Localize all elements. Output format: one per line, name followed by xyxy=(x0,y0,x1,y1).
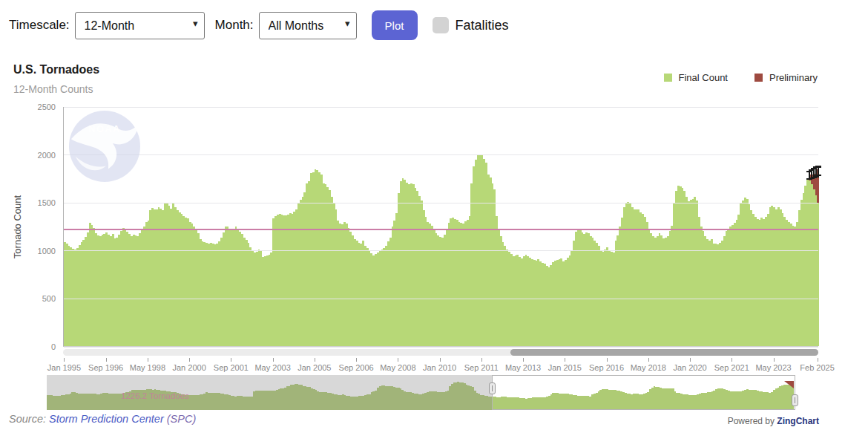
gridline xyxy=(64,154,818,155)
y-tick-label: 1000 xyxy=(38,247,56,255)
y-tick-label: 2000 xyxy=(38,151,56,160)
x-tick xyxy=(607,358,608,362)
legend-label: Final Count xyxy=(679,72,728,83)
minimap-dimmed-region xyxy=(47,375,492,410)
x-tick xyxy=(818,358,818,362)
month-select[interactable]: All Months xyxy=(259,12,357,39)
fatalities-label: Fatalities xyxy=(456,18,509,33)
legend-label: Preliminary xyxy=(769,72,818,83)
legend-item-final-count[interactable]: Final Count xyxy=(664,72,728,83)
source-link[interactable]: Storm Prediction Center xyxy=(49,413,167,425)
x-tick-label: May 1998 xyxy=(130,363,165,372)
final-segment xyxy=(817,203,819,346)
x-tick-label: Sep 2016 xyxy=(589,363,624,372)
powered-by: Powered by ZingChart xyxy=(728,416,819,426)
whisker-cap xyxy=(815,175,821,177)
x-tick xyxy=(106,358,107,362)
y-tick-label: 500 xyxy=(42,294,56,303)
noaa-logo-watermark: NOAA xyxy=(68,110,141,183)
timescale-select[interactable]: 12-Month xyxy=(75,12,205,39)
legend: Final Count Preliminary xyxy=(664,72,818,83)
gridline xyxy=(64,250,818,251)
chart-plot-area: NOAA xyxy=(63,107,818,347)
x-tick xyxy=(315,358,315,362)
x-tick xyxy=(523,358,524,362)
x-tick-label: Sep 2011 xyxy=(464,363,499,372)
minimap-preview[interactable]: 1226.2 Tornadoes xyxy=(47,375,795,410)
minimap-selection-box[interactable] xyxy=(492,375,795,410)
x-tick xyxy=(690,358,691,362)
x-tick xyxy=(273,358,274,362)
x-tick-label: Jan 2020 xyxy=(673,363,706,372)
fatalities-checkbox[interactable] xyxy=(433,17,449,33)
source-prefix: Source: xyxy=(9,413,49,425)
source-line: Source: Storm Prediction Center (SPC) xyxy=(9,413,196,425)
x-tick-label: Sep 2001 xyxy=(214,363,249,372)
x-tick xyxy=(565,358,565,362)
minimap-left-handle[interactable] xyxy=(489,382,496,394)
gridline xyxy=(64,347,818,348)
x-tick xyxy=(440,358,441,362)
y-tick-label: 1500 xyxy=(38,198,56,207)
x-tick-label: Sep 2006 xyxy=(339,363,374,372)
toolbar: Timescale: 12-Month ▾ Month: All Months … xyxy=(9,10,509,40)
y-tick-label: 2500 xyxy=(38,102,56,111)
x-tick xyxy=(356,358,357,362)
x-tick xyxy=(189,358,190,362)
powered-prefix: Powered by xyxy=(728,416,777,426)
gridline xyxy=(64,203,818,203)
final-count-series xyxy=(64,107,818,346)
x-tick-label: May 2008 xyxy=(380,363,415,372)
x-tick xyxy=(731,358,732,362)
minimap-average-label: 1226.2 Tornadoes xyxy=(121,391,189,400)
page-subtitle: 12-Month Counts xyxy=(13,83,93,95)
y-axis-ticks: 05001000150020002500 xyxy=(0,107,59,347)
page-title: U.S. Tornadoes xyxy=(13,63,99,76)
gridline xyxy=(64,299,818,299)
timescale-label: Timescale: xyxy=(9,18,70,33)
x-tick xyxy=(231,358,231,362)
x-tick-label: Sep 2021 xyxy=(714,363,749,372)
x-tick-label: Jan 2000 xyxy=(172,363,206,372)
preliminary-swatch xyxy=(754,74,763,82)
preliminary-marker-icon xyxy=(784,381,794,388)
y-tick-label: 0 xyxy=(51,342,56,351)
source-suffix: (SPC) xyxy=(167,413,196,425)
plot-button[interactable]: Plot xyxy=(372,10,418,40)
x-tick xyxy=(64,358,65,362)
x-tick xyxy=(648,358,649,362)
minimap-right-handle[interactable] xyxy=(792,394,798,406)
x-tick xyxy=(481,358,482,362)
x-tick-label: Sep 1996 xyxy=(88,363,123,372)
x-tick-label: May 2018 xyxy=(631,363,666,372)
x-tick-label: Jan 1995 xyxy=(47,363,81,372)
x-tick xyxy=(774,358,775,362)
svg-text:NOAA: NOAA xyxy=(88,123,120,134)
x-tick xyxy=(148,358,148,362)
month-label: Month: xyxy=(215,18,254,33)
x-tick-label: May 2023 xyxy=(755,363,791,372)
x-tick-label: May 2003 xyxy=(254,363,290,372)
x-tick-label: Jan 2015 xyxy=(548,363,582,372)
x-tick-label: Feb 2025 xyxy=(800,363,834,372)
scrollbar-thumb[interactable] xyxy=(510,349,818,356)
whisker-cap xyxy=(815,166,821,168)
legend-item-preliminary[interactable]: Preliminary xyxy=(754,72,818,83)
zingchart-brand[interactable]: ZingChart xyxy=(777,416,819,426)
scrollbar-track[interactable] xyxy=(63,349,818,356)
average-line xyxy=(64,229,818,230)
x-tick-label: Jan 2005 xyxy=(297,363,331,372)
final-count-swatch xyxy=(664,74,672,82)
x-tick-label: May 2013 xyxy=(505,363,541,372)
x-tick-label: Jan 2010 xyxy=(423,363,456,372)
x-tick xyxy=(398,358,398,362)
gridline xyxy=(64,107,818,108)
bar-month xyxy=(817,169,819,346)
